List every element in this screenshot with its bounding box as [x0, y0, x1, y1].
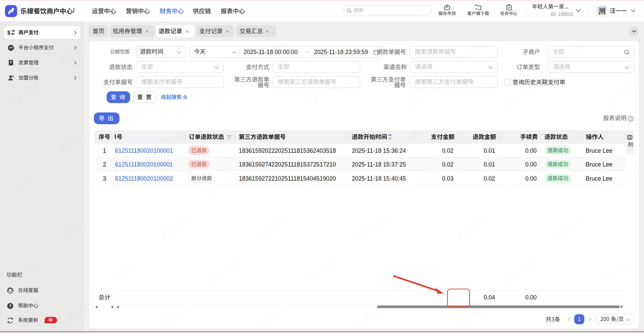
- svg-text:?: ?: [630, 117, 632, 121]
- svg-text:$: $: [7, 30, 10, 36]
- svg-text:?: ?: [9, 303, 12, 308]
